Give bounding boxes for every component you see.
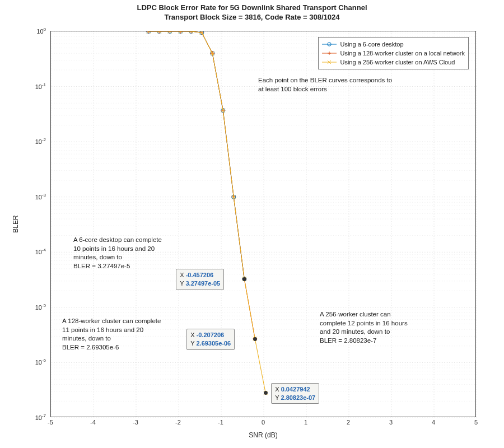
x-tick: 1 [304,419,307,426]
chart-title-block: LDPC Block Error Rate for 5G Downlink Sh… [0,3,504,22]
legend-label-1: Using a 128-worker cluster on a local ne… [340,50,465,57]
annotation-note-0: Each point on the BLER curves correspond… [258,76,392,94]
x-tick: 0 [262,419,265,426]
annotation-note-2: A 128-worker cluster can complete 11 poi… [62,317,161,352]
x-axis-label: SNR (dB) [50,431,476,439]
datatip-1[interactable]: X -0.207206 Y 2.69305e-06 [186,329,235,350]
figure-window: LDPC Block Error Rate for 5G Downlink Sh… [0,0,504,448]
annotation-note-1: A 6-core desktop can complete 10 points … [73,236,162,270]
legend-entry-0[interactable]: Using a 6-core desktop [322,40,465,49]
chart-subtitle: Transport Block Size = 3816, Code Rate =… [0,13,504,22]
x-tick: 3 [389,419,393,426]
legend-label-0: Using a 6-core desktop [340,41,403,48]
x-tick: -1 [218,419,223,426]
legend-swatch-1 [322,49,337,57]
x-tick: -2 [175,419,181,426]
chart-axes[interactable]: Using a 6-core desktop Using a 128-worke… [50,31,476,417]
y-tick: 100 [1,27,46,35]
legend-swatch-2 [322,58,337,66]
legend-entry-1[interactable]: Using a 128-worker cluster on a local ne… [322,49,465,58]
legend-swatch-0 [322,40,337,48]
y-tick-container: 10010-110-210-310-410-510-610-7 [0,31,48,417]
x-tick: 2 [347,419,350,426]
x-tick: -3 [133,419,138,426]
y-tick: 10-3 [1,193,46,200]
y-tick: 10-7 [1,413,46,421]
y-tick: 10-6 [1,358,46,366]
annotation-note-3: A 256-worker cluster can complete 12 poi… [320,310,408,345]
y-tick: 10-2 [1,137,46,145]
x-tick: -5 [48,419,53,426]
y-tick: 10-4 [1,248,46,255]
series-line[interactable] [148,31,244,279]
y-tick: 10-1 [1,82,46,90]
datatip-0[interactable]: X -0.457206 Y 3.27497e-05 [176,269,224,290]
y-tick: 10-5 [1,303,46,311]
x-tick: 5 [474,419,478,426]
x-tick: -4 [90,419,96,426]
legend-label-2: Using a 256-worker cluster on AWS Cloud [340,59,455,66]
datatip-2[interactable]: X 0.0427942 Y 2.80823e-07 [271,383,319,404]
series-line[interactable] [148,31,255,339]
legend[interactable]: Using a 6-core desktop Using a 128-worke… [318,37,469,69]
datatip-marker[interactable] [242,277,246,281]
legend-entry-2[interactable]: Using a 256-worker cluster on AWS Cloud [322,58,465,67]
chart-title: LDPC Block Error Rate for 5G Downlink Sh… [0,3,504,13]
x-tick: 4 [432,419,435,426]
datatip-marker[interactable] [253,337,257,341]
